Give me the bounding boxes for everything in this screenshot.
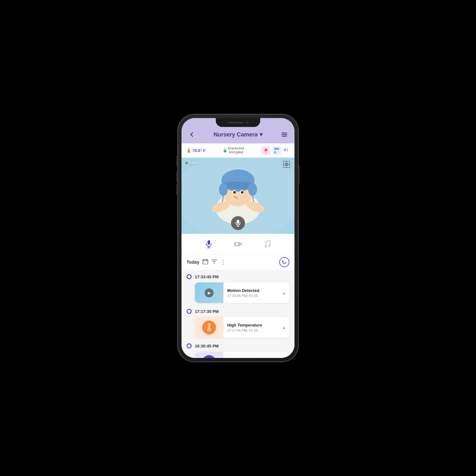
camera-button[interactable] <box>232 238 244 250</box>
phone-screen: Nursery Camera ▾ <box>182 118 294 358</box>
event-info-sound: Sound Detected 17:17:45 PM, Fri 25, <box>223 354 279 358</box>
encryption-status: End-to-end encrypted <box>223 147 244 154</box>
svg-rect-32 <box>283 161 290 168</box>
event-group-1: 17:33:45 PM ▶ Motion Detected 17:33:45 P… <box>182 272 294 307</box>
event-time-header-3: 16:30:45 PM <box>182 341 294 350</box>
event-card-motion[interactable]: ▶ Motion Detected 17:33:45 PM, Fri 25 ▲ <box>195 282 289 303</box>
svg-point-5 <box>283 136 284 137</box>
encryption-line1: End-to-end <box>228 147 244 150</box>
temperature-display: 78.8° F <box>187 148 206 153</box>
refresh-button[interactable] <box>279 257 289 267</box>
title-text: Nursery Camera <box>214 131 258 138</box>
event-time-2: 17:17:30 PM <box>195 309 219 314</box>
event-title-sound: Sound Detected <box>227 357 275 358</box>
svg-point-29 <box>237 195 245 202</box>
volume-button[interactable] <box>283 147 289 154</box>
svg-point-27 <box>233 191 236 194</box>
event-chevron-temp: ▲ <box>279 325 289 330</box>
event-time-header-1: 17:33:45 PM <box>182 272 294 281</box>
svg-point-53 <box>208 328 210 330</box>
back-button[interactable] <box>187 129 197 140</box>
play-button[interactable]: ▶ <box>205 288 214 297</box>
camera-feed: Live <box>182 158 294 234</box>
svg-point-19 <box>219 183 228 196</box>
event-card-sound[interactable]: Sound Detected 17:17:45 PM, Fri 25, ▲ <box>195 352 289 358</box>
svg-rect-52 <box>208 324 209 328</box>
timeline-dot-2 <box>187 309 192 314</box>
svg-rect-33 <box>237 220 239 224</box>
live-label: Live <box>189 161 197 165</box>
phone-notch <box>216 118 260 127</box>
timeline-dot-1 <box>187 274 192 279</box>
svg-point-28 <box>241 191 243 194</box>
event-card-temp[interactable]: High Temperature 17:17:45 PM, Fri 25, ▲ <box>195 317 289 338</box>
filter-icon[interactable] <box>211 259 217 265</box>
event-time-3: 16:30:45 PM <box>195 344 219 348</box>
page-title[interactable]: Nursery Camera ▾ <box>214 131 262 138</box>
event-thumb-temp <box>195 317 223 338</box>
microphone-button[interactable] <box>202 238 215 250</box>
event-thumb-motion: ▶ <box>195 282 223 303</box>
thermometer-icon <box>187 148 191 153</box>
mic-overlay-button[interactable] <box>231 216 245 230</box>
today-label: Today <box>187 260 199 265</box>
event-subtitle-motion: 17:33:45 PM, Fri 25 <box>227 294 275 298</box>
svg-point-10 <box>265 152 266 153</box>
event-info-motion: Motion Detected 17:33:45 PM, Fri 25 <box>223 285 279 301</box>
svg-point-3 <box>283 132 284 134</box>
event-subtitle-temp: 17:17:45 PM, Fri 25, <box>227 328 275 332</box>
status-icons: 800p <box>261 146 289 155</box>
svg-rect-43 <box>203 260 208 264</box>
fullscreen-button[interactable] <box>283 161 291 169</box>
sound-icon-circle <box>202 355 216 358</box>
live-badge: Live <box>185 161 197 165</box>
screen-content: Nursery Camera ▾ <box>182 118 294 358</box>
calendar-icon[interactable] <box>202 259 208 266</box>
filter-row: Today ⋮ <box>182 255 294 270</box>
svg-rect-8 <box>188 148 189 151</box>
notch-speaker <box>228 122 243 123</box>
live-dot <box>185 162 188 164</box>
svg-point-42 <box>268 245 270 247</box>
resolution-button[interactable]: 800p <box>272 146 281 155</box>
settings-button[interactable] <box>279 129 289 140</box>
event-time-header-2: 17:17:30 PM <box>182 307 294 316</box>
events-list: 17:33:45 PM ▶ Motion Detected 17:33:45 P… <box>182 270 294 358</box>
controls-row <box>182 234 294 255</box>
temp-icon-circle <box>202 321 216 334</box>
svg-point-4 <box>285 134 286 135</box>
notch-camera <box>246 121 248 124</box>
svg-point-20 <box>248 183 257 196</box>
event-thumb-sound <box>195 352 223 358</box>
svg-rect-36 <box>208 240 210 245</box>
svg-rect-9 <box>224 150 226 152</box>
lock-icon <box>223 148 227 153</box>
event-group-3: 16:30:45 PM <box>182 341 294 358</box>
alert-icon-button[interactable] <box>261 146 270 155</box>
dropdown-chevron: ▾ <box>260 131 262 138</box>
status-bar: 78.8° F End-to-end encrypted <box>182 143 294 158</box>
event-group-2: 17:17:30 PM <box>182 307 294 341</box>
music-button[interactable] <box>261 238 274 250</box>
event-info-temp: High Temperature 17:17:45 PM, Fri 25, <box>223 320 279 335</box>
svg-point-40 <box>236 243 238 245</box>
event-title-temp: High Temperature <box>227 323 275 327</box>
temp-value: 78.8° F <box>192 148 206 153</box>
svg-point-41 <box>265 246 267 248</box>
event-title-motion: Motion Detected <box>227 288 275 293</box>
encryption-line2: encrypted <box>229 150 243 154</box>
phone-frame: Nursery Camera ▾ <box>178 114 298 362</box>
timeline-dot-3 <box>187 343 192 348</box>
event-chevron-motion: ▲ <box>279 290 289 295</box>
event-time-1: 17:33:45 PM <box>195 274 219 279</box>
more-icon[interactable]: ⋮ <box>220 259 226 266</box>
